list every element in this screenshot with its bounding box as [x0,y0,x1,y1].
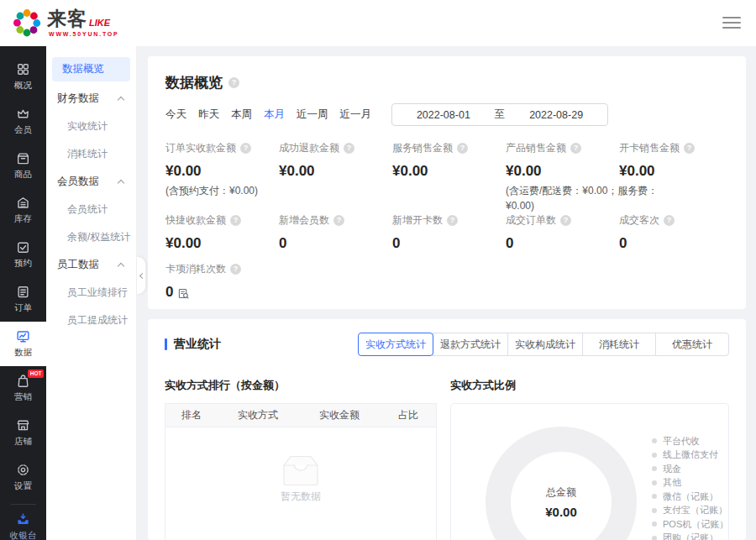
help-icon[interactable]: ? [228,77,239,88]
submenu-item-staff-commission-stats[interactable]: 员工提成统计 [46,307,136,334]
stat-label: 订单实收款金额 [165,141,236,155]
column-receipt-amount: 实收金额 [298,408,381,422]
nav-label: 设置 [14,480,32,492]
filter-this-month[interactable]: 本月 [264,107,285,122]
stat-service-sales-amount: 服务销售金额? ¥0.00 [392,141,506,212]
legend-item-platform-collection[interactable]: 平台代收 [652,434,728,448]
stat-label: 卡项消耗次数 [165,262,226,276]
tab-consumption-stats[interactable]: 消耗统计 [582,333,656,356]
legend-item-groupbuy-bookkeeping[interactable]: 团购（记账） [652,532,728,540]
donut-center-value: ¥0.00 [545,505,577,519]
cashier-button[interactable]: 收银台 [0,509,46,540]
sidebar-item-appointments[interactable]: 预约 [0,233,46,277]
legend-dot [652,494,657,499]
clipboard-icon [16,285,30,299]
stat-value: 0 [392,235,506,252]
gear-icon [16,463,30,477]
sidebar-item-data[interactable]: 数据 [0,322,46,366]
stat-value: ¥0.00 [506,163,619,180]
tab-discount-stats[interactable]: 优惠统计 [655,333,729,356]
legend-dot [652,522,657,527]
hot-badge: HOT [28,370,44,378]
top-bar: 来客 LIKE WWW.50YUN.TOP [0,0,756,46]
legend-dot [652,438,657,443]
help-icon[interactable]: ? [230,215,241,226]
sidebar-item-orders[interactable]: 订单 [0,277,46,322]
help-icon[interactable]: ? [447,215,458,226]
legend-item-online-wechat-pay[interactable]: 线上微信支付 [652,448,728,463]
stat-value: ¥0.00 [279,163,392,180]
stat-label: 开卡销售金额 [619,141,680,155]
legend-item-pos-bookkeeping[interactable]: POS机（记账） [652,517,728,532]
date-range-end[interactable]: 2022-08-29 [505,109,607,121]
nav-label: 订单 [14,302,32,314]
section-title: 营业统计 [174,337,221,352]
help-icon[interactable]: ? [230,264,241,275]
stat-product-sales-amount: 产品销售金额? ¥0.00 (含运费/配送费：¥0.00；服务费：¥0.00) [506,141,619,213]
stat-new-members: 新增会员数? 0 [279,213,392,262]
submenu-item-receipt-stats[interactable]: 实收统计 [46,113,136,140]
legend-item-cash[interactable]: 现金 [652,462,728,476]
stats-tab-group: 实收方式统计 退款方式统计 实收构成统计 消耗统计 优惠统计 [358,333,729,356]
date-range-picker[interactable]: 2022-08-01 至 2022-08-29 [391,103,608,126]
proportion-title: 实收方式比例 [450,378,729,393]
filter-yesterday[interactable]: 昨天 [198,107,219,122]
legend-label: 现金 [663,463,681,475]
submenu-item-staff-performance-rank[interactable]: 员工业绩排行 [46,279,136,307]
date-range-start[interactable]: 2022-08-01 [392,109,495,121]
help-icon[interactable]: ? [664,215,675,226]
ranking-table-header: 排名 实收方式 实收金额 占比 [165,404,436,427]
tab-refund-method-stats[interactable]: 退款方式统计 [433,333,508,356]
submenu-item-balance-rights-stats[interactable]: 余额/权益统计 [46,223,136,251]
filter-last-7-days[interactable]: 近一周 [297,107,328,122]
submenu-item-data-overview[interactable]: 数据概览 [52,57,130,81]
legend-item-alipay-bookkeeping[interactable]: 支付宝（记账） [652,504,728,518]
view-detail-icon[interactable] [178,288,189,299]
business-stats-card: 营业统计 实收方式统计 退款方式统计 实收构成统计 消耗统计 优惠统计 实收方式… [148,319,746,540]
sidebar-item-inventory[interactable]: 库存 [0,188,46,233]
stat-value: 0 [506,235,619,252]
help-icon[interactable]: ? [684,143,695,154]
submenu-group-label: 财务数据 [57,92,99,106]
date-filter-row: 今天 昨天 本周 本月 近一周 近一月 2022-08-01 至 2022-08… [165,103,729,126]
sidebar-item-members[interactable]: 会员 [0,99,46,144]
sidebar-collapse-handle[interactable] [137,256,146,295]
submenu-group-finance-data[interactable]: 财务数据 [46,85,136,113]
sidebar-item-overview[interactable]: 概况 [0,55,46,99]
donut-chart-box: 总金额 ¥0.00 平台代收 线上微信支付 现金 其他 微信（记账） 支付宝（记… [450,403,729,540]
chevron-up-icon [118,180,124,186]
submenu-group-staff-data[interactable]: 员工数据 [46,251,136,279]
submenu-item-member-stats[interactable]: 会员统计 [46,196,136,223]
legend-label: POS机（记账） [663,518,728,531]
help-icon[interactable]: ? [560,215,571,226]
legend-label: 其他 [663,476,681,489]
submenu-group-label: 员工数据 [57,258,99,272]
help-icon[interactable]: ? [344,143,354,154]
sidebar-item-shop[interactable]: 店铺 [0,411,46,455]
tab-receipt-method-stats[interactable]: 实收方式统计 [358,333,433,356]
sidebar-item-marketing[interactable]: HOT 营销 [0,366,46,411]
legend-item-wechat-bookkeeping[interactable]: 微信（记账） [652,490,728,504]
sidebar-item-settings[interactable]: 设置 [0,455,46,500]
stat-customer-visits: 成交客次? 0 [619,213,732,262]
tab-receipt-composition-stats[interactable]: 实收构成统计 [507,333,583,356]
donut-center-label: 总金额 [546,485,576,500]
filter-last-30-days[interactable]: 近一月 [340,107,372,122]
help-icon[interactable]: ? [240,143,251,154]
monitor-chart-icon [16,329,30,343]
sidebar-item-products[interactable]: 商品 [0,144,46,188]
submenu-item-consumption-stats[interactable]: 消耗统计 [46,140,136,168]
legend-item-other[interactable]: 其他 [652,476,728,490]
legend-dot [652,536,657,540]
app-logo[interactable]: 来客 LIKE WWW.50YUN.TOP [11,7,119,39]
stat-label: 成功退款金额 [279,141,339,155]
filter-today[interactable]: 今天 [165,107,186,122]
submenu-group-member-data[interactable]: 会员数据 [46,168,136,196]
help-icon[interactable]: ? [333,215,344,226]
hamburger-menu-icon[interactable] [722,13,741,32]
stat-value: ¥0.00 [392,163,506,180]
help-icon[interactable]: ? [570,143,581,154]
legend-label: 线上微信支付 [663,448,718,461]
filter-this-week[interactable]: 本周 [231,107,252,122]
help-icon[interactable]: ? [457,143,468,154]
